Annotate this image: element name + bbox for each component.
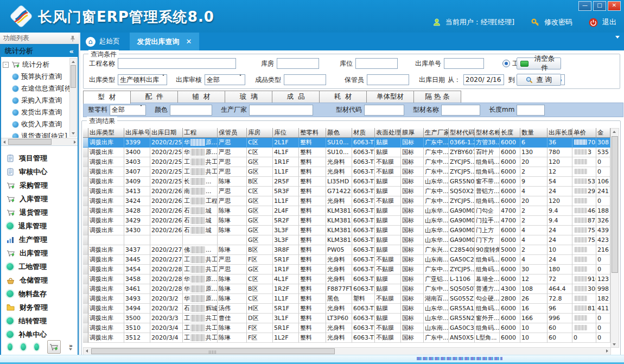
sidebar-item-6[interactable]: 退库管理: [1, 219, 78, 233]
column-header[interactable]: 生产厂家: [424, 128, 449, 138]
sidebar-item-7[interactable]: 生产管理: [1, 233, 78, 246]
material-tab-5[interactable]: 成 品: [272, 91, 320, 103]
tree-vertical-scrollbar[interactable]: [69, 58, 77, 137]
out-type-select[interactable]: 生产领料出库: [118, 74, 167, 85]
table-row[interactable]: 调拨出库34032020/2/25工共工程严思G区1R1F整料光身料6063-T…: [83, 157, 611, 167]
column-header[interactable]: 工程: [183, 128, 218, 138]
whole-part-select[interactable]: 全部: [110, 105, 146, 116]
date-from-picker[interactable]: 2020/ 2/16: [463, 74, 504, 85]
length-input[interactable]: [517, 105, 545, 116]
product-type-input[interactable]: [284, 74, 326, 85]
table-row[interactable]: 调拨出库34072020/2/25工共工程严思G区1L1F整料光身料6063-T…: [83, 167, 611, 177]
close-button[interactable]: ✕: [608, 1, 621, 11]
column-header[interactable]: 出库类型: [88, 128, 124, 138]
table-row[interactable]: 调拨出库34242020/2/26工工程严思G区1L1F整料光身料6063-T5…: [83, 196, 611, 206]
module-dot-icon[interactable]: [8, 343, 12, 350]
warehouse-input[interactable]: [277, 58, 319, 69]
column-header[interactable]: 型材代码: [449, 128, 475, 138]
tab-overflow-icon[interactable]: [615, 39, 620, 49]
column-header[interactable]: 单价: [572, 128, 596, 138]
tab-home[interactable]: ⌂ 起始页: [80, 33, 130, 50]
tree-item[interactable]: 退货查询[待定]: [3, 130, 70, 138]
column-header[interactable]: 金: [596, 128, 610, 138]
table-row[interactable]: 调拨出库34302020/2/26石城陈琳G区3L3F整料KLM38176063…: [83, 226, 611, 235]
table-row[interactable]: 调拨出库34932020/3/2华原...陈琳C区1L1F整料黑色塑料不贴膜国标…: [83, 294, 611, 304]
column-header[interactable]: 颜色: [326, 128, 352, 138]
tree-item[interactable]: 采购入库查询: [3, 94, 70, 106]
change-password-link[interactable]: 修改密码: [544, 17, 572, 27]
tab-shipment-outbound-query[interactable]: 发货出库查询 ✕: [130, 33, 200, 50]
sidebar-item-2[interactable]: 审核中心: [1, 165, 78, 178]
scrollbar-thumb[interactable]: [91, 348, 335, 354]
tree-item[interactable]: 在途信息查询[待: [3, 82, 70, 94]
material-tab-4[interactable]: 玻 璃: [225, 91, 272, 103]
audit-select[interactable]: 全部: [205, 74, 245, 85]
sidebar-item-10[interactable]: 仓储管理: [1, 273, 78, 287]
color-input[interactable]: [170, 105, 212, 116]
table-row[interactable]: 调拨出库34282020/2/26石城陈琳G区2L4F整料KLM38176063…: [83, 206, 611, 216]
table-vertical-scrollbar[interactable]: [610, 128, 619, 348]
column-header[interactable]: 整零料: [299, 128, 326, 138]
sidebar-item-1[interactable]: 项目管理: [1, 151, 78, 165]
material-tab-1[interactable]: 型 材: [83, 91, 131, 104]
tree-root-item[interactable]: -统计分析: [3, 59, 70, 71]
tab-close-icon[interactable]: ✕: [186, 37, 192, 46]
column-header[interactable]: 长度: [500, 128, 520, 138]
scrollbar-thumb[interactable]: [612, 136, 618, 273]
expander-icon[interactable]: -: [3, 62, 9, 68]
column-header[interactable]: 出库长度: [547, 128, 572, 138]
search-button[interactable]: 查 询: [517, 74, 561, 86]
maximize-button[interactable]: □: [593, 1, 606, 11]
project-name-input[interactable]: [118, 58, 236, 69]
tree-item[interactable]: 预算执行查询: [3, 71, 70, 82]
column-header[interactable]: 库房: [247, 128, 273, 138]
column-header[interactable]: 库位: [273, 128, 299, 138]
column-header[interactable]: 表面处理: [375, 128, 401, 138]
table-row[interactable]: 调拨出库34612020/2/28华原...陈琳B区1R2F整料F8877FT6…: [83, 284, 611, 294]
material-tab-6[interactable]: 耗 材: [319, 91, 367, 103]
more-modules-button[interactable]: »: [69, 344, 73, 350]
profile-code-input[interactable]: [364, 105, 404, 116]
column-header[interactable]: 出库单号: [124, 128, 150, 138]
material-tab-8[interactable]: 隔 热 条: [413, 91, 461, 103]
scrollbar-thumb[interactable]: [71, 65, 76, 88]
sidebar-item-11[interactable]: 物料盘存: [1, 287, 78, 301]
column-header[interactable]: 数量: [520, 128, 547, 138]
scrollbar-thumb[interactable]: [8, 139, 52, 145]
sidebar-item-12[interactable]: 财务管理: [1, 301, 78, 314]
table-row[interactable]: 调拨出库34292020/2/26石城陈琳G区5R2F整料KLM38176063…: [83, 216, 611, 226]
table-row[interactable]: 调拨出库33992020/2/25华原...严思C区2L1F整料SU10...6…: [83, 138, 611, 148]
manufacturer-input[interactable]: [249, 105, 313, 116]
table-row[interactable]: 调拨出库35102020/3/4工共工程陈琳F区5R1F整料光身料6063-T5…: [83, 323, 611, 333]
table-row[interactable]: 调拨出库34582020/2/28华原...陈琳C区4L1F整料光身料6063-…: [83, 274, 611, 284]
column-header[interactable]: 型材名称: [475, 128, 500, 138]
sidebar-item-9[interactable]: 工地管理: [1, 260, 78, 273]
pin-icon[interactable]: [70, 35, 75, 42]
column-header[interactable]: 膜厚: [401, 128, 424, 138]
table-row[interactable]: 调拨出库34372020/2/27佛...陈琳B区3R8F整料PW056063-…: [83, 245, 611, 255]
order-no-input[interactable]: [444, 58, 484, 69]
keeper-input[interactable]: [367, 74, 409, 85]
table-row[interactable]: 调拨出库34542020/2/28工共工程严思G区1R1F整料光身料6063-T…: [83, 265, 611, 274]
column-header[interactable]: 材质: [352, 128, 375, 138]
sidebar-item-13[interactable]: 结转管理: [1, 314, 78, 328]
table-row[interactable]: 调拨出库34942020/3/2石辉城汤伟H区5R1F整料光身料6063-T5贴…: [83, 304, 611, 314]
tree-item[interactable]: 收货入库查询: [3, 118, 70, 130]
table-row[interactable]: 调拨出库35002020/3/3工共工程曹佳D区3L1F整料LT3P606063…: [83, 314, 611, 323]
table-row[interactable]: 调拨出库34452020/2/27工共工程严思F区5R1F整料光身料6063-T…: [83, 255, 611, 265]
material-tab-2[interactable]: 配 件: [130, 91, 178, 103]
minimize-button[interactable]: —: [578, 1, 591, 11]
tree-item[interactable]: 发货出库查询: [3, 106, 70, 118]
material-tab-7[interactable]: 单体型材: [366, 91, 414, 103]
sidebar-item-8[interactable]: 出库管理: [1, 246, 78, 260]
table-row[interactable]: 调拨出库34132020/2/26南...严思C区5R3F整料G71422606…: [83, 187, 611, 196]
column-header[interactable]: 保管员: [218, 128, 247, 138]
tree-horizontal-scrollbar[interactable]: [1, 138, 78, 146]
logout-link[interactable]: 退出: [602, 17, 616, 27]
module-dot-icon[interactable]: [34, 343, 39, 350]
material-tab-3[interactable]: 辅 材: [177, 91, 225, 103]
cart-module-button[interactable]: [47, 340, 61, 354]
column-header[interactable]: 出库日期: [150, 128, 183, 138]
module-dot-icon[interactable]: [21, 343, 26, 350]
location-input[interactable]: [355, 58, 398, 69]
